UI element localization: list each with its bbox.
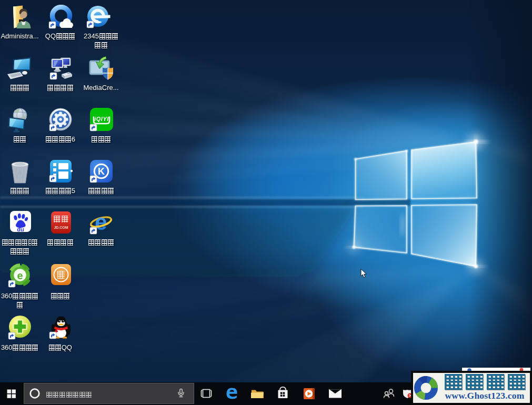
svg-text:iQIYI: iQIYI [94, 116, 109, 122]
svg-text:e: e [17, 270, 23, 281]
svg-text:JD.COM: JD.COM [54, 226, 68, 229]
svg-text:K: K [98, 166, 105, 177]
svg-text:du: du [17, 226, 24, 232]
